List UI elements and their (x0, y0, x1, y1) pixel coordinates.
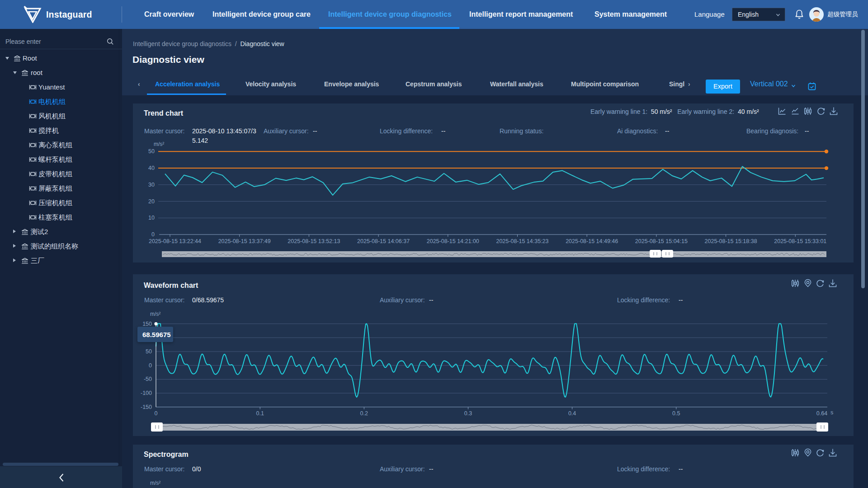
svg-text:0: 0 (151, 231, 155, 238)
svg-text:0.4: 0.4 (568, 410, 576, 417)
svg-text:50: 50 (148, 148, 155, 155)
svg-text:2025-08-15 13:22:44: 2025-08-15 13:22:44 (149, 238, 201, 244)
svg-text:2025-08-15 14:21:00: 2025-08-15 14:21:00 (427, 238, 479, 244)
svg-text:2025-08-15 15:04:15: 2025-08-15 15:04:15 (635, 238, 688, 244)
svg-text:2025-08-15 15:33:01: 2025-08-15 15:33:01 (774, 238, 826, 244)
svg-text:2025-08-15 13:52:13: 2025-08-15 13:52:13 (288, 238, 340, 244)
svg-text:50: 50 (146, 348, 152, 355)
svg-text:-50: -50 (144, 376, 152, 382)
svg-text:0: 0 (149, 362, 152, 369)
svg-text:-100: -100 (141, 390, 152, 396)
svg-text:0.1: 0.1 (256, 410, 264, 417)
svg-text:0.2: 0.2 (360, 410, 368, 417)
svg-text:0: 0 (155, 410, 158, 417)
svg-text:-150: -150 (141, 404, 152, 410)
svg-text:0.64: 0.64 (816, 410, 827, 417)
svg-text:0.5: 0.5 (672, 410, 680, 417)
svg-text:2025-08-15 14:35:23: 2025-08-15 14:35:23 (496, 238, 548, 244)
svg-text:30: 30 (148, 182, 155, 188)
svg-text:0.3: 0.3 (464, 410, 472, 417)
svg-text:150: 150 (142, 321, 152, 327)
svg-text:2025-08-15 13:37:49: 2025-08-15 13:37:49 (218, 238, 271, 244)
svg-text:20: 20 (148, 198, 155, 205)
svg-text:2025-08-15 14:06:37: 2025-08-15 14:06:37 (357, 238, 410, 244)
svg-text:10: 10 (148, 215, 155, 221)
svg-text:2025-08-15 14:49:46: 2025-08-15 14:49:46 (566, 238, 618, 244)
svg-text:40: 40 (148, 165, 155, 171)
svg-text:2025-08-15 15:18:38: 2025-08-15 15:18:38 (705, 238, 757, 244)
svg-text:s: s (830, 409, 833, 416)
